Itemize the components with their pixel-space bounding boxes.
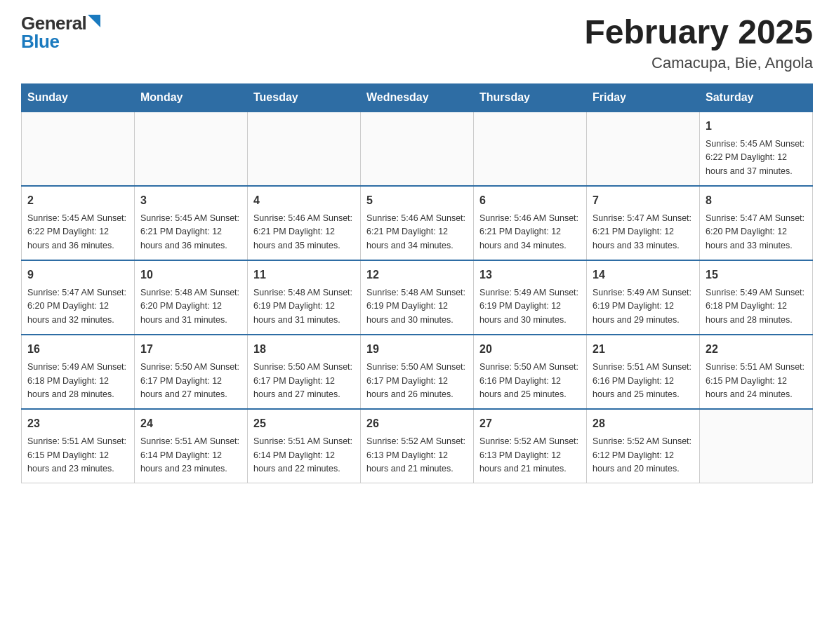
calendar-table: SundayMondayTuesdayWednesdayThursdayFrid…	[21, 83, 813, 484]
calendar-cell	[22, 112, 135, 186]
day-of-week-wednesday: Wednesday	[361, 83, 474, 112]
day-info: Sunrise: 5:50 AM Sunset: 6:17 PM Dayligh…	[253, 361, 355, 401]
day-number: 17	[140, 341, 241, 358]
day-number: 8	[706, 192, 807, 209]
calendar-cell: 27Sunrise: 5:52 AM Sunset: 6:13 PM Dayli…	[474, 409, 587, 483]
day-info: Sunrise: 5:51 AM Sunset: 6:14 PM Dayligh…	[140, 435, 241, 476]
calendar-subtitle: Camacupa, Bie, Angola	[584, 54, 813, 72]
day-info: Sunrise: 5:50 AM Sunset: 6:17 PM Dayligh…	[366, 361, 468, 401]
calendar-cell: 2Sunrise: 5:45 AM Sunset: 6:22 PM Daylig…	[22, 186, 135, 260]
day-info: Sunrise: 5:45 AM Sunset: 6:22 PM Dayligh…	[706, 137, 807, 178]
page-header: General Blue February 2025 Camacupa, Bie…	[21, 14, 813, 72]
day-number: 27	[479, 415, 581, 432]
calendar-cell: 6Sunrise: 5:46 AM Sunset: 6:21 PM Daylig…	[474, 186, 587, 260]
calendar-cell: 3Sunrise: 5:45 AM Sunset: 6:21 PM Daylig…	[135, 186, 248, 260]
day-info: Sunrise: 5:49 AM Sunset: 6:18 PM Dayligh…	[27, 361, 128, 401]
calendar-cell: 14Sunrise: 5:49 AM Sunset: 6:19 PM Dayli…	[587, 260, 700, 335]
day-of-week-monday: Monday	[135, 83, 248, 112]
day-number: 14	[593, 267, 694, 283]
day-info: Sunrise: 5:46 AM Sunset: 6:21 PM Dayligh…	[253, 212, 355, 253]
day-number: 6	[479, 192, 581, 209]
day-info: Sunrise: 5:46 AM Sunset: 6:21 PM Dayligh…	[366, 212, 468, 253]
day-info: Sunrise: 5:48 AM Sunset: 6:19 PM Dayligh…	[253, 286, 355, 327]
day-info: Sunrise: 5:49 AM Sunset: 6:19 PM Dayligh…	[593, 286, 694, 327]
week-row-5: 23Sunrise: 5:51 AM Sunset: 6:15 PM Dayli…	[22, 409, 813, 483]
day-number: 28	[593, 415, 694, 432]
logo-general-text: General	[21, 14, 86, 32]
day-number: 19	[366, 341, 468, 358]
calendar-body: 1Sunrise: 5:45 AM Sunset: 6:22 PM Daylig…	[22, 112, 813, 483]
calendar-cell: 15Sunrise: 5:49 AM Sunset: 6:18 PM Dayli…	[700, 260, 813, 335]
day-info: Sunrise: 5:48 AM Sunset: 6:19 PM Dayligh…	[366, 286, 468, 327]
calendar-cell: 18Sunrise: 5:50 AM Sunset: 6:17 PM Dayli…	[248, 335, 361, 409]
day-info: Sunrise: 5:45 AM Sunset: 6:22 PM Dayligh…	[27, 212, 128, 253]
day-info: Sunrise: 5:48 AM Sunset: 6:20 PM Dayligh…	[140, 286, 241, 327]
calendar-cell: 26Sunrise: 5:52 AM Sunset: 6:13 PM Dayli…	[361, 409, 474, 483]
calendar-cell: 23Sunrise: 5:51 AM Sunset: 6:15 PM Dayli…	[22, 409, 135, 483]
day-info: Sunrise: 5:45 AM Sunset: 6:21 PM Dayligh…	[140, 212, 241, 253]
calendar-cell: 20Sunrise: 5:50 AM Sunset: 6:16 PM Dayli…	[474, 335, 587, 409]
day-number: 3	[140, 192, 241, 209]
day-number: 25	[253, 415, 355, 432]
day-number: 5	[366, 192, 468, 209]
day-info: Sunrise: 5:51 AM Sunset: 6:16 PM Dayligh…	[593, 361, 694, 401]
day-info: Sunrise: 5:50 AM Sunset: 6:17 PM Dayligh…	[140, 361, 241, 401]
calendar-cell	[361, 112, 474, 186]
calendar-title: February 2025	[584, 14, 813, 51]
calendar-cell: 11Sunrise: 5:48 AM Sunset: 6:19 PM Dayli…	[248, 260, 361, 335]
calendar-cell	[700, 409, 813, 483]
calendar-cell	[135, 112, 248, 186]
day-info: Sunrise: 5:46 AM Sunset: 6:21 PM Dayligh…	[479, 212, 581, 253]
day-of-week-thursday: Thursday	[474, 83, 587, 112]
calendar-cell: 21Sunrise: 5:51 AM Sunset: 6:16 PM Dayli…	[587, 335, 700, 409]
day-info: Sunrise: 5:49 AM Sunset: 6:18 PM Dayligh…	[706, 286, 807, 327]
calendar-cell: 8Sunrise: 5:47 AM Sunset: 6:20 PM Daylig…	[700, 186, 813, 260]
logo-blue-text: Blue	[21, 32, 59, 51]
logo-arrow-icon	[88, 15, 100, 27]
day-number: 24	[140, 415, 241, 432]
days-of-week-row: SundayMondayTuesdayWednesdayThursdayFrid…	[22, 83, 813, 112]
calendar-cell: 25Sunrise: 5:51 AM Sunset: 6:14 PM Dayli…	[248, 409, 361, 483]
day-number: 23	[27, 415, 128, 432]
calendar-cell: 5Sunrise: 5:46 AM Sunset: 6:21 PM Daylig…	[361, 186, 474, 260]
day-number: 12	[366, 267, 468, 283]
day-info: Sunrise: 5:52 AM Sunset: 6:12 PM Dayligh…	[593, 435, 694, 476]
day-info: Sunrise: 5:50 AM Sunset: 6:16 PM Dayligh…	[479, 361, 581, 401]
week-row-2: 2Sunrise: 5:45 AM Sunset: 6:22 PM Daylig…	[22, 186, 813, 260]
calendar-cell: 7Sunrise: 5:47 AM Sunset: 6:21 PM Daylig…	[587, 186, 700, 260]
day-number: 4	[253, 192, 355, 209]
week-row-1: 1Sunrise: 5:45 AM Sunset: 6:22 PM Daylig…	[22, 112, 813, 186]
calendar-cell	[474, 112, 587, 186]
day-of-week-tuesday: Tuesday	[248, 83, 361, 112]
day-number: 20	[479, 341, 581, 358]
day-number: 10	[140, 267, 241, 283]
day-number: 11	[253, 267, 355, 283]
day-info: Sunrise: 5:51 AM Sunset: 6:14 PM Dayligh…	[253, 435, 355, 476]
day-number: 26	[366, 415, 468, 432]
day-info: Sunrise: 5:47 AM Sunset: 6:20 PM Dayligh…	[27, 286, 128, 327]
day-number: 22	[706, 341, 807, 358]
day-info: Sunrise: 5:52 AM Sunset: 6:13 PM Dayligh…	[479, 435, 581, 476]
day-info: Sunrise: 5:47 AM Sunset: 6:20 PM Dayligh…	[706, 212, 807, 253]
day-of-week-friday: Friday	[587, 83, 700, 112]
day-number: 7	[593, 192, 694, 209]
calendar-cell: 22Sunrise: 5:51 AM Sunset: 6:15 PM Dayli…	[700, 335, 813, 409]
calendar-cell: 9Sunrise: 5:47 AM Sunset: 6:20 PM Daylig…	[22, 260, 135, 335]
day-number: 21	[593, 341, 694, 358]
day-of-week-saturday: Saturday	[700, 83, 813, 112]
day-number: 9	[27, 267, 128, 283]
calendar-cell: 12Sunrise: 5:48 AM Sunset: 6:19 PM Dayli…	[361, 260, 474, 335]
day-number: 1	[706, 118, 807, 135]
calendar-cell: 10Sunrise: 5:48 AM Sunset: 6:20 PM Dayli…	[135, 260, 248, 335]
day-number: 16	[27, 341, 128, 358]
day-info: Sunrise: 5:52 AM Sunset: 6:13 PM Dayligh…	[366, 435, 468, 476]
day-of-week-sunday: Sunday	[22, 83, 135, 112]
svg-marker-0	[88, 15, 100, 27]
calendar-cell: 1Sunrise: 5:45 AM Sunset: 6:22 PM Daylig…	[700, 112, 813, 186]
calendar-cell: 19Sunrise: 5:50 AM Sunset: 6:17 PM Dayli…	[361, 335, 474, 409]
day-info: Sunrise: 5:49 AM Sunset: 6:19 PM Dayligh…	[479, 286, 581, 327]
calendar-cell: 13Sunrise: 5:49 AM Sunset: 6:19 PM Dayli…	[474, 260, 587, 335]
week-row-4: 16Sunrise: 5:49 AM Sunset: 6:18 PM Dayli…	[22, 335, 813, 409]
day-number: 2	[27, 192, 128, 209]
day-info: Sunrise: 5:47 AM Sunset: 6:21 PM Dayligh…	[593, 212, 694, 253]
